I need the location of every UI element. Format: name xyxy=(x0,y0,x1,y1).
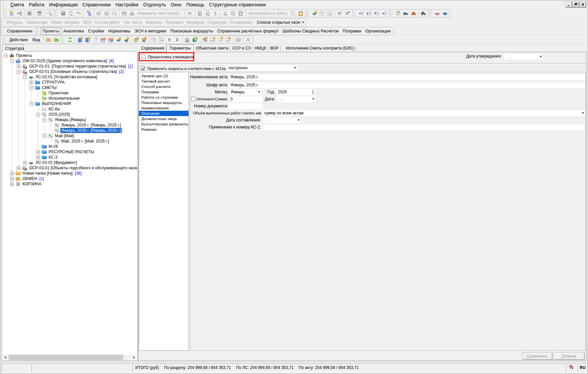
tree-label[interactable]: М-29 xyxy=(48,144,58,149)
sum-field[interactable]: 0 xyxy=(229,96,263,102)
module-tab-spravochniki[interactable]: Справочники xyxy=(5,28,34,34)
category-item-5[interactable]: Работа со строками xyxy=(139,95,189,100)
tree-collapse-toggle[interactable] xyxy=(29,86,33,90)
menu-item-1[interactable]: Смета xyxy=(8,1,26,8)
tree-collapse-toggle[interactable] xyxy=(29,102,33,106)
tree-row-11[interactable]: КС-6КС-6а xyxy=(2,106,137,112)
tree-row-1[interactable]: Проекты xyxy=(2,53,137,58)
scroll-left-icon[interactable] xyxy=(2,355,8,360)
compile-date-combo[interactable]: . . xyxy=(263,117,301,123)
window-minimize-button[interactable] xyxy=(566,2,572,7)
save-button[interactable] xyxy=(59,10,67,17)
category-item-11[interactable]: Ревизия xyxy=(139,127,189,132)
ks2-note-field[interactable] xyxy=(263,124,584,130)
menu-item-4[interactable]: Справочники xyxy=(80,1,113,8)
module-tab-1[interactable]: Проекты xyxy=(41,28,61,34)
tree-row-5[interactable]: ЛС-02-01 [Устройство котлована] xyxy=(2,74,137,80)
doc-plus-minus-button[interactable] xyxy=(204,10,212,17)
tree-row-24[interactable]: ОБМЕН [1] xyxy=(2,176,137,181)
tree-collapse-toggle[interactable] xyxy=(23,75,27,79)
tree-collapse-toggle[interactable] xyxy=(10,59,14,63)
book-blue-button[interactable] xyxy=(441,10,449,17)
work-tab-3[interactable]: Объектная смета xyxy=(194,45,230,52)
panel-bar-grip[interactable] xyxy=(2,20,4,25)
buildings-gear-button[interactable] xyxy=(84,36,92,43)
toolbar-grip[interactable] xyxy=(4,37,6,42)
work-tab-7[interactable]: Исполнение Сметы контракта (ЕИС) xyxy=(284,45,356,52)
category-item-1[interactable]: Уровни цен (2) xyxy=(139,73,189,79)
toolbar-grip[interactable] xyxy=(63,37,66,42)
scroll-right-icon[interactable] xyxy=(131,355,137,360)
menu-item-7[interactable]: Окно xyxy=(168,1,184,8)
tree-expand-toggle[interactable] xyxy=(17,166,20,170)
menu-item-5[interactable]: Настройки xyxy=(113,1,141,8)
tree-row-12[interactable]: 2025 [2025] xyxy=(2,112,137,117)
tree-row-22[interactable]: ОСР-03-01 [Объекты подсобного и обслужив… xyxy=(2,165,137,171)
tree-label[interactable]: Проекты xyxy=(15,53,33,58)
tree-hscrollbar-thumb[interactable] xyxy=(9,355,123,360)
tree-expand-toggle[interactable] xyxy=(23,161,27,165)
return-cell-button[interactable] xyxy=(85,10,92,17)
indexes-mode-combo[interactable]: построчно xyxy=(227,65,297,71)
row-type2-button[interactable] xyxy=(102,10,110,17)
hammer-sickle-button[interactable] xyxy=(394,10,402,17)
menu-item-6[interactable]: Отдохнуть xyxy=(141,1,168,8)
module-tab-6[interactable]: Поисковые маршруты xyxy=(168,28,215,34)
work-tab-2[interactable]: Параметры xyxy=(166,44,194,52)
language-indicator[interactable]: RU xyxy=(577,363,588,372)
pr-box-button[interactable]: ПР xyxy=(326,10,334,17)
rr-box-button[interactable]: РР xyxy=(217,36,224,43)
toolbar-menu-вид[interactable]: Вид xyxy=(30,37,43,42)
percent-box-button[interactable] xyxy=(201,36,209,43)
book-pink-button[interactable] xyxy=(434,10,441,17)
p-box-button[interactable]: P xyxy=(318,10,326,17)
indent-right-button[interactable] xyxy=(358,10,365,17)
tree-expand-toggle[interactable] xyxy=(17,65,20,68)
window-restore-button[interactable] xyxy=(573,2,579,7)
row-type-button[interactable] xyxy=(95,10,102,17)
structure-panel-tab[interactable]: Структура xyxy=(2,44,24,52)
month-combo[interactable]: Январь xyxy=(229,89,261,95)
act-code-field[interactable]: Январь, 2025 г. xyxy=(229,82,585,88)
folder-collapse-button[interactable] xyxy=(53,36,60,43)
tree-label[interactable]: Январь, 2025 г. [Январь, 2025 г.] xyxy=(61,123,122,127)
category-item-3[interactable]: Способ расчета xyxy=(139,84,189,89)
paid-date-combo[interactable]: . . xyxy=(277,96,315,102)
module-tab-9[interactable]: Поправки xyxy=(341,28,363,34)
category-item-4[interactable]: Поправки xyxy=(139,89,189,95)
comment-gear-button[interactable] xyxy=(110,10,118,17)
bricks-button[interactable] xyxy=(410,10,418,17)
tree-label[interactable]: Май, 2025 г. [Май, 2025 г.] xyxy=(61,139,110,144)
category-item-6[interactable]: Поисковые маршруты xyxy=(139,100,189,105)
undo-button[interactable] xyxy=(75,10,82,17)
tree-label[interactable]: ОБМЕН [1] xyxy=(22,176,45,181)
price-book-button[interactable] xyxy=(311,10,318,17)
excel-export-button[interactable] xyxy=(25,10,33,17)
tree-label[interactable]: Январь [Январь] xyxy=(54,117,86,122)
module-tab-8[interactable]: Шаблоны Сводных Расчётов xyxy=(281,28,341,34)
tree-collapse-toggle[interactable] xyxy=(36,113,40,116)
copy-button[interactable] xyxy=(229,10,237,17)
tree-label[interactable]: 2025 [2025] xyxy=(48,112,70,117)
tree-label[interactable]: Новая папка [Новая папка] [36] xyxy=(22,171,82,176)
tree-row-8[interactable]: Проектная xyxy=(2,90,137,96)
category-item-7[interactable]: Наименования xyxy=(139,105,189,111)
tree-collapse-toggle[interactable] xyxy=(4,54,7,58)
doc-number-field[interactable] xyxy=(229,103,263,109)
cut-button[interactable] xyxy=(222,10,229,17)
book-gear-button[interactable] xyxy=(115,36,123,43)
folder-up-button[interactable] xyxy=(45,36,53,43)
tree-expand-toggle[interactable] xyxy=(10,182,14,186)
pdf-export-button[interactable]: PDF xyxy=(35,10,43,17)
window-close-button[interactable] xyxy=(580,2,586,7)
indent-left-button[interactable] xyxy=(381,10,388,17)
tree-edit-button[interactable] xyxy=(336,10,344,17)
tree-row-4[interactable]: ОСР-02-01 [Основные объекты строительств… xyxy=(2,69,137,74)
tree-label[interactable]: Май [Май] xyxy=(54,133,75,138)
indent-up-button[interactable] xyxy=(365,10,373,17)
open-windows-dropdown[interactable]: Список открытых окон xyxy=(254,20,306,25)
tree-row-18[interactable]: М-29 xyxy=(2,144,137,149)
search-button[interactable] xyxy=(46,10,53,17)
tree-row-14[interactable]: Январь, 2025 г. [Январь, 2025 г.] xyxy=(2,122,137,128)
menu-item-2[interactable]: Работа xyxy=(26,1,47,8)
